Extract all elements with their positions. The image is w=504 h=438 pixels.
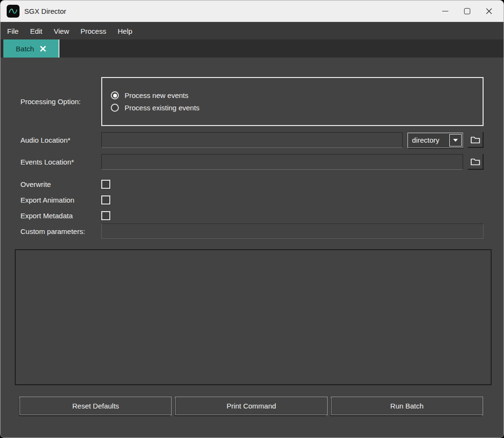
menubar: File Edit View Process Help bbox=[0, 22, 504, 39]
radio-icon-process-new[interactable] bbox=[111, 91, 119, 99]
combo-dropdown-button[interactable] bbox=[449, 134, 462, 146]
audio-location-type-value: directory bbox=[408, 136, 450, 144]
events-location-label: Events Location* bbox=[20, 158, 101, 166]
overwrite-label: Overwrite bbox=[20, 180, 101, 188]
processing-option-group: Process new events Process existing even… bbox=[101, 77, 484, 126]
action-button-row: Reset Defaults Print Command Run Batch bbox=[19, 397, 483, 415]
menu-help[interactable]: Help bbox=[112, 22, 138, 40]
tab-batch[interactable]: Batch bbox=[3, 39, 59, 58]
tab-bar: Batch bbox=[0, 39, 504, 58]
minimize-icon bbox=[442, 11, 448, 11]
tab-close-button[interactable] bbox=[40, 46, 46, 52]
close-button[interactable] bbox=[478, 0, 500, 22]
overwrite-checkbox[interactable] bbox=[101, 180, 110, 189]
radio-icon-process-existing[interactable] bbox=[111, 104, 119, 112]
reset-defaults-button[interactable]: Reset Defaults bbox=[19, 397, 172, 415]
tab-close-icon bbox=[40, 46, 46, 52]
menu-file[interactable]: File bbox=[1, 22, 24, 40]
processing-option-label: Processing Option: bbox=[20, 97, 101, 106]
app-logo-icon bbox=[7, 5, 19, 18]
menu-view[interactable]: View bbox=[48, 22, 75, 40]
audio-location-browse-button[interactable] bbox=[468, 132, 484, 148]
audio-location-input[interactable] bbox=[101, 132, 403, 148]
folder-icon bbox=[470, 136, 481, 144]
custom-parameters-label: Custom parameters: bbox=[20, 227, 101, 235]
export-metadata-checkbox[interactable] bbox=[101, 211, 110, 220]
window-title: SGX Director bbox=[24, 7, 66, 15]
audio-location-label: Audio Location* bbox=[20, 136, 101, 144]
minimize-button[interactable] bbox=[434, 0, 456, 22]
radio-process-existing-events[interactable]: Process existing events bbox=[111, 104, 483, 112]
titlebar: SGX Director bbox=[0, 0, 504, 22]
close-icon bbox=[485, 8, 493, 15]
menu-edit[interactable]: Edit bbox=[24, 22, 48, 40]
maximize-button[interactable] bbox=[456, 0, 478, 22]
export-metadata-label: Export Metadata bbox=[20, 212, 101, 220]
export-animation-checkbox[interactable] bbox=[101, 195, 110, 204]
run-batch-button[interactable]: Run Batch bbox=[331, 397, 483, 415]
radio-label-process-existing: Process existing events bbox=[125, 104, 200, 112]
print-command-button[interactable]: Print Command bbox=[175, 397, 327, 415]
audio-location-type-select[interactable]: directory bbox=[407, 133, 464, 148]
chevron-down-icon bbox=[453, 139, 458, 142]
batch-panel: Processing Option: Process new events Pr… bbox=[0, 58, 504, 438]
events-location-browse-button[interactable] bbox=[468, 154, 484, 170]
events-location-input[interactable] bbox=[101, 154, 463, 170]
custom-parameters-input[interactable] bbox=[101, 224, 484, 239]
radio-process-new-events[interactable]: Process new events bbox=[111, 91, 483, 99]
tab-batch-label: Batch bbox=[16, 45, 34, 53]
maximize-icon bbox=[464, 8, 470, 14]
app-window: SGX Director File Edit View Process Help… bbox=[0, 0, 504, 438]
folder-icon bbox=[470, 157, 481, 166]
radio-label-process-new: Process new events bbox=[125, 91, 188, 99]
menu-process[interactable]: Process bbox=[75, 22, 112, 40]
export-animation-label: Export Animation bbox=[20, 196, 101, 204]
batch-output-log[interactable] bbox=[15, 249, 492, 385]
